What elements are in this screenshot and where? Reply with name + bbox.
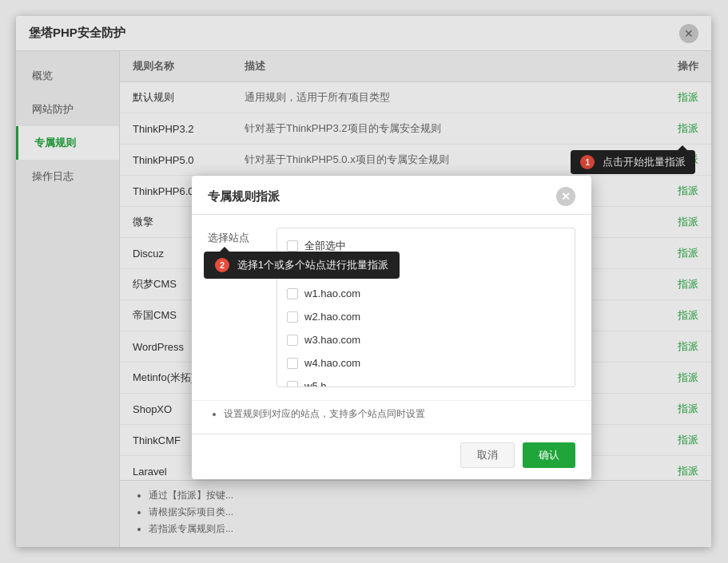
modal-footer: 取消 确认 bbox=[192, 434, 591, 479]
tooltip-select-sites: 2 选择1个或多个站点进行批量指派 bbox=[204, 252, 400, 279]
site-label: w5.h... bbox=[304, 380, 335, 387]
tooltip-text-2: 选择1个或多个站点进行批量指派 bbox=[237, 259, 388, 271]
site-item[interactable]: w3.hao.com bbox=[277, 328, 575, 351]
site-label: w3.hao.com bbox=[304, 334, 360, 346]
tooltip-number-2: 2 bbox=[215, 258, 229, 272]
modal-body: 选择站点 全部选中 192.168.1.245 w1.hao.com w2.ha… bbox=[192, 215, 591, 400]
site-label: w4.hao.com bbox=[304, 357, 360, 369]
modal-close-button[interactable]: ✕ bbox=[556, 187, 575, 206]
modal-overlay: 专属规则指派 ✕ 选择站点 全部选中 192.168.1.245 w1.hao.… bbox=[16, 16, 711, 547]
confirm-button[interactable]: 确认 bbox=[523, 442, 575, 468]
modal-note-item: 设置规则到对应的站点，支持多个站点同时设置 bbox=[224, 407, 575, 421]
modal-dialog: 专属规则指派 ✕ 选择站点 全部选中 192.168.1.245 w1.hao.… bbox=[192, 176, 591, 479]
site-checkbox[interactable] bbox=[287, 381, 298, 388]
site-item[interactable]: w2.hao.com bbox=[277, 305, 575, 328]
site-checkbox[interactable] bbox=[287, 335, 298, 346]
modal-notes: 设置规则到对应的站点，支持多个站点同时设置 bbox=[192, 400, 591, 434]
site-item[interactable]: w4.hao.com bbox=[277, 351, 575, 375]
site-label: w1.hao.com bbox=[304, 287, 360, 299]
site-item[interactable]: w1.hao.com bbox=[277, 282, 575, 305]
modal-title: 专属规则指派 bbox=[208, 189, 280, 204]
site-checkbox[interactable] bbox=[287, 288, 298, 299]
site-label: w2.hao.com bbox=[304, 311, 360, 323]
modal-header: 专属规则指派 ✕ bbox=[192, 176, 591, 215]
site-item[interactable]: w5.h... bbox=[277, 375, 575, 387]
site-checkbox[interactable] bbox=[287, 311, 298, 323]
main-window: 堡塔PHP安全防护 ✕ 概览 网站防护 专属规则 操作日志 规则名称 描述 bbox=[16, 16, 711, 547]
site-checkbox[interactable] bbox=[287, 240, 298, 252]
site-checkbox[interactable] bbox=[287, 358, 298, 369]
cancel-button[interactable]: 取消 bbox=[460, 442, 515, 468]
